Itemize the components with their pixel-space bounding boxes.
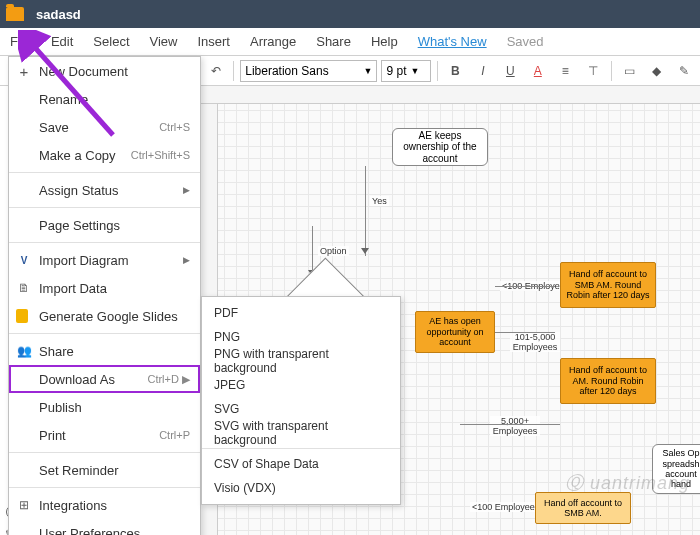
menuitem-label: Page Settings	[39, 218, 120, 233]
saved-indicator: Saved	[497, 28, 554, 55]
chevron-down-icon: ▼	[364, 66, 373, 76]
menu-separator	[9, 452, 200, 453]
bold-button[interactable]: B	[444, 59, 467, 83]
menu-edit[interactable]: Edit	[41, 28, 83, 55]
document-icon: 🗎	[16, 280, 32, 296]
menu-share[interactable]: Share	[306, 28, 361, 55]
font-family-value: Liberation Sans	[245, 64, 328, 78]
edge-label-yes: Yes	[370, 196, 389, 206]
connector	[460, 424, 560, 425]
separator	[611, 61, 612, 81]
export-svg-transparent[interactable]: SVG with transparent background	[202, 421, 400, 445]
menuitem-import-diagram[interactable]: V Import Diagram ▶	[9, 246, 200, 274]
shortcut-label: Ctrl+D ▶	[147, 373, 190, 386]
edge-label-5000: 5,000+ Employees	[490, 416, 540, 436]
node-label: Hand off account to SMB AM.	[540, 498, 626, 519]
export-svg[interactable]: SVG	[202, 397, 400, 421]
line-button[interactable]: ✎	[672, 59, 695, 83]
menu-separator	[202, 448, 400, 449]
flow-node-ae-keeps[interactable]: AE keeps ownership of the account	[392, 128, 488, 166]
menu-file[interactable]: File	[0, 28, 41, 55]
shortcut-label: Ctrl+P	[159, 429, 190, 441]
menuitem-label: Rename	[39, 92, 88, 107]
export-pdf[interactable]: PDF	[202, 301, 400, 325]
menuitem-import-data[interactable]: 🗎 Import Data	[9, 274, 200, 302]
menu-help[interactable]: Help	[361, 28, 408, 55]
menuitem-label: Download As	[39, 372, 115, 387]
menuitem-label: New Document	[39, 64, 128, 79]
menuitem-make-copy[interactable]: Make a Copy Ctrl+Shift+S	[9, 141, 200, 169]
undo-button[interactable]: ↶	[204, 59, 227, 83]
italic-button[interactable]: I	[471, 59, 494, 83]
export-png-transparent[interactable]: PNG with transparent background	[202, 349, 400, 373]
menuitem-set-reminder[interactable]: Set Reminder	[9, 456, 200, 484]
menuitem-save[interactable]: Save Ctrl+S	[9, 113, 200, 141]
horizontal-ruler	[200, 86, 700, 104]
menu-whats-new[interactable]: What's New	[408, 28, 497, 55]
titlebar: sadasd	[0, 0, 700, 28]
fill-button[interactable]: ◆	[645, 59, 668, 83]
menuitem-download-as[interactable]: Download As Ctrl+D ▶	[9, 365, 200, 393]
menuitem-page-settings[interactable]: Page Settings	[9, 211, 200, 239]
arrowhead-icon	[361, 248, 369, 254]
export-png[interactable]: PNG	[202, 325, 400, 349]
menu-select[interactable]: Select	[83, 28, 139, 55]
export-jpeg[interactable]: JPEG	[202, 373, 400, 397]
flow-node-handoff-smb2[interactable]: Hand off account to SMB AM.	[535, 492, 631, 524]
menuitem-label: Import Diagram	[39, 253, 129, 268]
indent-button[interactable]: ⊤	[581, 59, 604, 83]
menuitem-label: Integrations	[39, 498, 107, 513]
connector	[495, 332, 555, 333]
visio-icon: V	[16, 252, 32, 268]
menu-separator	[9, 172, 200, 173]
menuitem-rename[interactable]: Rename	[9, 85, 200, 113]
export-visio[interactable]: Visio (VDX)	[202, 476, 400, 500]
puzzle-icon: ⊞	[16, 497, 32, 513]
menu-insert[interactable]: Insert	[187, 28, 240, 55]
separator	[233, 61, 234, 81]
menu-arrange[interactable]: Arrange	[240, 28, 306, 55]
menuitem-label: Print	[39, 428, 66, 443]
menu-separator	[9, 487, 200, 488]
document-title: sadasd	[36, 7, 81, 22]
menuitem-new-document[interactable]: + New Document	[9, 57, 200, 85]
font-family-select[interactable]: Liberation Sans ▼	[240, 60, 377, 82]
menuitem-share[interactable]: 👥 Share	[9, 337, 200, 365]
menuitem-label: Publish	[39, 400, 82, 415]
connector	[495, 286, 555, 287]
export-csv[interactable]: CSV of Shape Data	[202, 452, 400, 476]
menuitem-user-prefs[interactable]: User Preferences	[9, 519, 200, 535]
chevron-right-icon: ▶	[183, 185, 190, 195]
edge-label-option: Option	[318, 246, 349, 256]
align-button[interactable]: ≡	[554, 59, 577, 83]
flow-node-handoff-am[interactable]: Hand off account to AM. Round Robin afte…	[560, 358, 656, 404]
node-label: Hand off account to SMB AM. Round Robin …	[565, 269, 651, 300]
folder-icon	[6, 7, 24, 21]
font-size-select[interactable]: 9 pt ▼	[381, 60, 430, 82]
file-dropdown-menu: + New Document Rename Save Ctrl+S Make a…	[8, 56, 201, 535]
menuitem-generate-slides[interactable]: Generate Google Slides	[9, 302, 200, 330]
people-icon: 👥	[16, 343, 32, 359]
chevron-down-icon: ▼	[411, 66, 420, 76]
underline-button[interactable]: U	[499, 59, 522, 83]
menuitem-print[interactable]: Print Ctrl+P	[9, 421, 200, 449]
text-color-button[interactable]: A	[526, 59, 549, 83]
menu-view[interactable]: View	[140, 28, 188, 55]
menuitem-label: User Preferences	[39, 526, 140, 536]
menuitem-publish[interactable]: Publish	[9, 393, 200, 421]
menu-separator	[9, 207, 200, 208]
menuitem-label: Save	[39, 120, 69, 135]
menuitem-integrations[interactable]: ⊞ Integrations	[9, 491, 200, 519]
flow-node-handoff-smb[interactable]: Hand off account to SMB AM. Round Robin …	[560, 262, 656, 308]
slides-icon	[16, 309, 28, 323]
menuitem-label: Set Reminder	[39, 463, 118, 478]
flow-node-ae-open[interactable]: AE has open opportunity on account	[415, 311, 495, 353]
menuitem-label: Share	[39, 344, 74, 359]
menuitem-label: Generate Google Slides	[39, 309, 178, 324]
menuitem-label: Import Data	[39, 281, 107, 296]
menu-separator	[9, 333, 200, 334]
edge-label-lt100-2: <100 Employees	[470, 502, 541, 512]
menubar: File Edit Select View Insert Arrange Sha…	[0, 28, 700, 56]
shape-button[interactable]: ▭	[618, 59, 641, 83]
menuitem-assign-status[interactable]: Assign Status ▶	[9, 176, 200, 204]
